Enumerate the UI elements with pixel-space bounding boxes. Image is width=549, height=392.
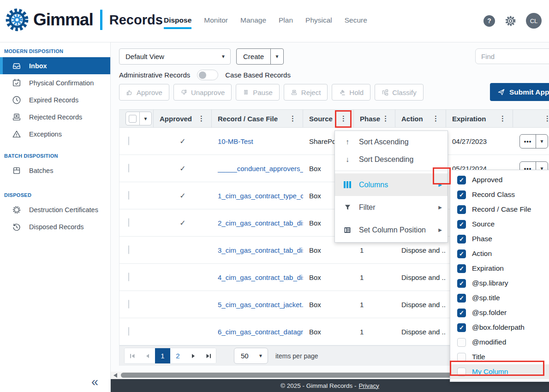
sidebar-item-exceptions[interactable]: Exceptions (0, 125, 110, 143)
submenu-item-approved[interactable]: Approved (450, 172, 549, 187)
page-size-select[interactable]: 50 ▼ (234, 348, 268, 364)
submenu-item-sp-folder[interactable]: @sp.folder (450, 305, 549, 320)
row-actions-button[interactable]: ••• ▼ (519, 134, 548, 148)
column-menu-icon[interactable]: ⋮ (196, 114, 207, 123)
sidebar-collapse-icon[interactable]: « (91, 375, 98, 389)
submenu-item-my-column[interactable]: My Column (450, 364, 549, 379)
record-link[interactable]: 3_cim_gas_contract_tab_dis... (218, 246, 303, 254)
find-input[interactable] (475, 48, 549, 64)
sidebar-item-inbox[interactable]: Inbox (0, 57, 110, 74)
sidebar-item-expired-records[interactable]: Expired Records (0, 91, 110, 108)
column-menu-icon[interactable]: ⋮ (542, 114, 549, 123)
sidebar-item-batches[interactable]: Batches (0, 162, 110, 179)
checkbox-icon[interactable] (457, 279, 466, 288)
checkbox-icon[interactable] (457, 249, 466, 258)
record-link[interactable]: 2_cim_gas_contract_tab_dis... (218, 219, 303, 227)
select-all-checkbox[interactable] (126, 112, 140, 125)
row-checkbox[interactable] (128, 300, 129, 309)
unapprove-button[interactable]: Unapprove (173, 84, 232, 101)
submenu-item-title[interactable]: Title (450, 350, 549, 364)
checkbox-icon[interactable] (457, 309, 466, 317)
sidebar-item-physical-confirmation[interactable]: Physical Confirmation (0, 74, 110, 91)
scroll-left-icon[interactable] (113, 373, 117, 378)
previous-page-button[interactable] (140, 348, 155, 363)
select-all-dropdown[interactable]: ▼ (140, 112, 151, 125)
column-menu-icon[interactable]: ⋮ (338, 114, 349, 123)
record-type-toggle[interactable] (197, 70, 218, 80)
first-page-button[interactable] (125, 348, 140, 363)
page-2-button[interactable]: 2 (170, 348, 185, 363)
submenu-item-sp-library[interactable]: @sp.library (450, 276, 549, 291)
nav-tab-plan[interactable]: Plan (279, 16, 293, 29)
checkbox-icon[interactable] (457, 294, 466, 303)
nav-tab-physical[interactable]: Physical (305, 16, 332, 29)
row-checkbox[interactable] (128, 273, 129, 281)
submenu-item-box-folderpath[interactable]: @box.folderpath (450, 320, 549, 335)
record-link[interactable]: 6_cim_gas_contract_datagri... (218, 328, 303, 336)
submenu-item-sp-title[interactable]: @sp.title (450, 291, 549, 305)
approve-button[interactable]: Approve (119, 84, 169, 101)
checkbox-icon[interactable] (457, 338, 466, 347)
row-checkbox[interactable] (128, 218, 129, 227)
row-checkbox[interactable] (128, 191, 129, 200)
nav-tab-secure[interactable]: Secure (345, 16, 367, 29)
last-page-button[interactable] (201, 348, 216, 363)
nav-tab-monitor[interactable]: Monitor (204, 16, 228, 29)
submenu-item-record-case-file[interactable]: Record / Case File (450, 202, 549, 217)
record-link[interactable]: 5_cim_gas_contract_jacket.dql (218, 301, 303, 309)
checkbox-icon[interactable] (457, 323, 466, 332)
checkbox-icon[interactable] (457, 205, 466, 214)
user-avatar[interactable]: CL (526, 13, 542, 29)
menu-item-set-column-position[interactable]: Set Column Position ▶ (335, 219, 448, 241)
pause-button[interactable]: Pause (236, 84, 280, 101)
help-icon[interactable]: ? (483, 15, 495, 27)
record-link[interactable]: 1_cim_gas_contract_type_cr... (218, 192, 303, 200)
next-page-button[interactable] (185, 348, 201, 363)
page-1-button[interactable]: 1 (155, 348, 170, 363)
classify-button[interactable]: Classify (375, 84, 424, 101)
submenu-item-source[interactable]: Source (450, 217, 549, 232)
create-button[interactable]: Create ▼ (236, 48, 284, 65)
checkbox-icon[interactable] (457, 353, 466, 362)
column-menu-icon[interactable]: ⋮ (430, 114, 441, 123)
submenu-item-expiration[interactable]: Expiration (450, 261, 549, 276)
hold-button[interactable]: Hold (332, 84, 370, 101)
column-menu-icon[interactable]: ⋮ (497, 114, 508, 123)
checkbox-icon[interactable] (457, 368, 466, 376)
sidebar-item-rejected-records[interactable]: Rejected Records (0, 108, 110, 125)
checkbox-icon[interactable] (457, 264, 466, 273)
sidebar-item-disposed-records[interactable]: Disposed Records (0, 218, 110, 235)
privacy-link[interactable]: Privacy (359, 382, 379, 389)
nav-tab-dispose[interactable]: Dispose (164, 16, 191, 29)
submenu-item-modified[interactable]: @modified (450, 335, 549, 350)
submenu-item-phase[interactable]: Phase (450, 232, 549, 246)
menu-item-filter[interactable]: Filter ▶ (335, 196, 448, 219)
submit-approval-button[interactable]: Submit Approval (490, 83, 549, 101)
create-dropdown-button[interactable]: ▼ (270, 49, 283, 64)
row-checkbox[interactable] (128, 245, 129, 254)
checkbox-icon[interactable] (457, 176, 466, 184)
menu-item-sort-descending[interactable]: ↓ Sort Descending (335, 151, 448, 168)
menu-item-sort-ascending[interactable]: ↑ Sort Ascending (335, 133, 448, 151)
column-menu-icon[interactable]: ⋮ (380, 114, 391, 123)
submenu-item-record-class[interactable]: Record Class (450, 187, 549, 202)
sidebar-item-destruction-certificates[interactable]: Destruction Certificates (0, 201, 110, 218)
select-all-widget[interactable]: ▼ (125, 112, 152, 125)
reject-button[interactable]: Reject (284, 84, 328, 101)
record-link[interactable]: 4_cim_gas_contract_tab_dis... (218, 273, 303, 281)
checkbox-icon[interactable] (457, 235, 466, 244)
nav-tab-manage[interactable]: Manage (240, 16, 266, 29)
record-link[interactable]: _____conduent_approvers_... (218, 165, 303, 172)
checkbox-icon[interactable] (457, 190, 466, 199)
menu-item-columns[interactable]: Columns ▶ (335, 173, 448, 196)
view-select[interactable]: Default View ▼ (119, 48, 231, 65)
record-link[interactable]: 10-MB-Test (218, 137, 253, 145)
submenu-item-action[interactable]: Action (450, 246, 549, 261)
ellipsis-icon[interactable]: ••• (520, 135, 536, 148)
column-menu-icon[interactable]: ⋮ (287, 114, 298, 123)
row-checkbox[interactable] (128, 164, 129, 172)
settings-gear-icon[interactable] (504, 15, 517, 27)
row-checkbox[interactable] (128, 137, 129, 145)
row-checkbox[interactable] (128, 327, 129, 336)
checkbox-icon[interactable] (457, 220, 466, 229)
